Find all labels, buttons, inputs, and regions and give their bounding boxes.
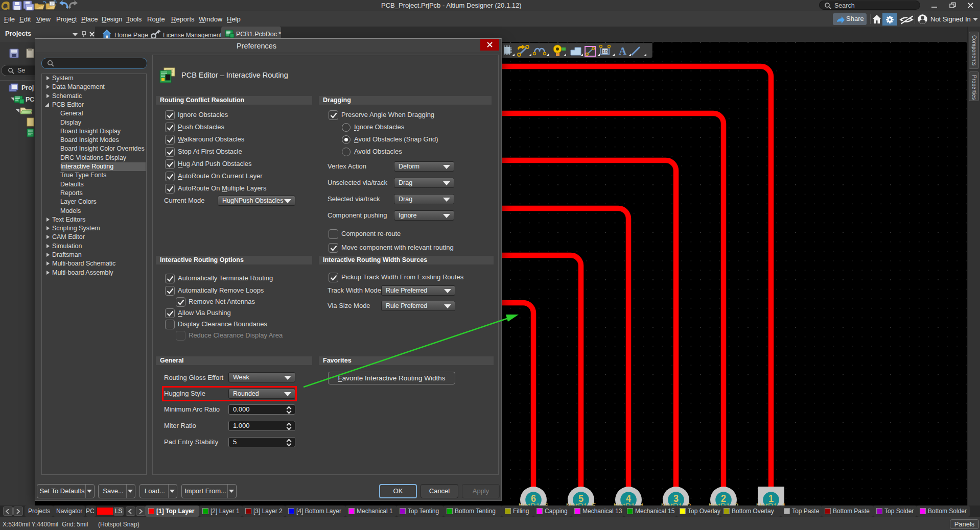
svg-text:NptR1_2: NptR1_2 — [708, 501, 738, 505]
svg-text:A: A — [619, 45, 627, 57]
svg-text:NptR1_3: NptR1_3 — [661, 501, 691, 505]
svg-text:10: 10 — [602, 49, 608, 54]
svg-text:NptR1_1: NptR1_1 — [756, 501, 786, 505]
svg-text:NptR1_5: NptR1_5 — [566, 501, 596, 505]
svg-text:NptR1_4: NptR1_4 — [613, 501, 643, 505]
svg-text:PC: PC — [26, 96, 34, 103]
svg-text:NptR1_6: NptR1_6 — [518, 501, 548, 505]
svg-text:Proj: Proj — [21, 84, 34, 91]
